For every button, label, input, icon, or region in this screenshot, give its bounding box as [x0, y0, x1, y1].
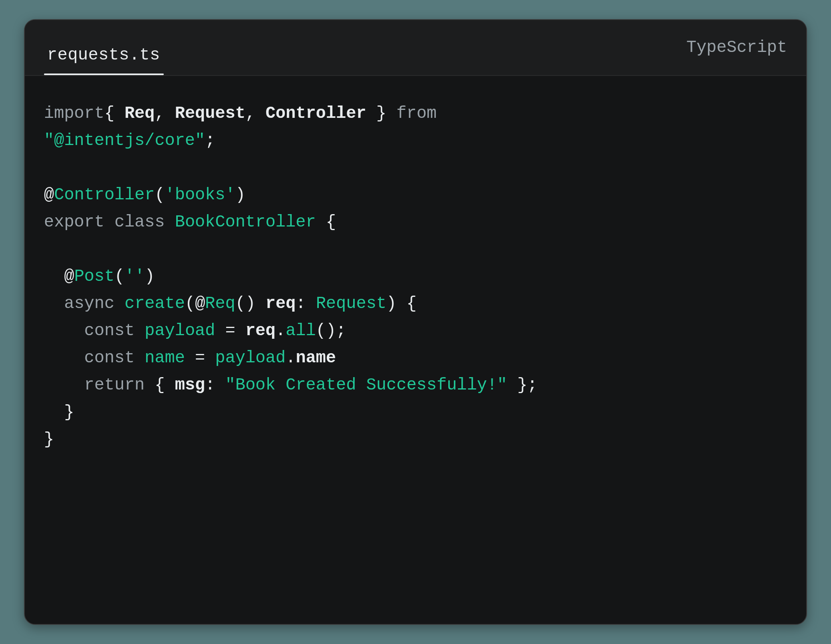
code-line-12: }: [44, 403, 74, 422]
language-label: TypeScript: [686, 38, 787, 57]
code-line-4: @Controller('books'): [44, 185, 245, 205]
code-line-7: @Post(''): [44, 267, 155, 286]
code-line-10: const name = payload.name: [44, 348, 336, 368]
code-line-5: export class BookController {: [44, 213, 336, 232]
code-block: import{ Req, Request, Controller } from …: [25, 76, 806, 477]
code-line-11: return { msg: "Book Created Successfully…: [44, 376, 537, 395]
file-tab-underline: [44, 74, 164, 75]
code-line-2: "@intentjs/core";: [44, 131, 215, 150]
file-tab[interactable]: requests.ts: [44, 20, 164, 75]
file-tab-label: requests.ts: [44, 46, 164, 74]
code-line-13: }: [44, 430, 54, 449]
code-line-8: async create(@Req() req: Request) {: [44, 294, 417, 313]
tab-bar: requests.ts TypeScript: [25, 20, 806, 76]
code-line-9: const payload = req.all();: [44, 321, 346, 340]
code-snippet-frame: requests.ts TypeScript import{ Req, Requ…: [24, 19, 807, 625]
code-line-1: import{ Req, Request, Controller } from: [44, 104, 437, 123]
